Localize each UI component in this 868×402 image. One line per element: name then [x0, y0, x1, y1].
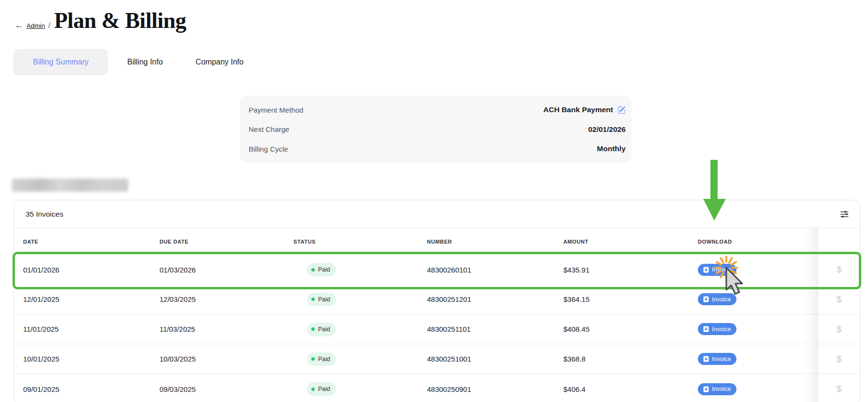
- invoice-amount: $364.15: [563, 295, 698, 303]
- table-header-row: DATE DUE DATE STATUS NUMBER AMOUNT DOWNL…: [14, 228, 860, 255]
- billing-cycle-row: Billing Cycle Monthly: [249, 140, 626, 158]
- payment-summary-card: Payment Method ACH Bank Payment Next Cha…: [240, 96, 631, 163]
- status-badge: Paid: [307, 263, 336, 276]
- table-row: 01/01/2026 01/03/2026 Paid 48300260101 $…: [14, 255, 860, 285]
- column-header-download: DOWNLOAD: [698, 239, 860, 245]
- column-header-date: DATE: [23, 239, 160, 245]
- invoice-amount: $406.4: [563, 385, 698, 393]
- breadcrumb: ← Admin / Plan & Billing: [15, 8, 186, 34]
- paid-dot-icon: [311, 357, 315, 361]
- invoice-download-button[interactable]: Invoice: [698, 323, 736, 335]
- status-badge: Paid: [307, 293, 336, 306]
- invoice-download-button[interactable]: Invoice: [698, 383, 736, 395]
- invoice-due-date: 11/03/2025: [160, 325, 294, 333]
- invoice-number: 48300251001: [427, 355, 563, 363]
- invoice-number: 48300260101: [427, 266, 563, 274]
- invoice-download-button[interactable]: Invoice: [698, 264, 736, 276]
- table-row: 10/01/2025 10/03/2025 Paid 48300251001 $…: [14, 344, 860, 374]
- paid-dot-icon: [311, 327, 315, 331]
- status-badge: Paid: [307, 323, 336, 336]
- edit-pencil-icon: [617, 106, 626, 114]
- invoice-button-label: Invoice: [712, 326, 731, 333]
- sliders-filter-icon: [840, 209, 849, 219]
- invoice-due-date: 12/03/2025: [160, 295, 294, 303]
- billing-cycle-value: Monthly: [597, 144, 626, 153]
- back-arrow-icon[interactable]: ←: [15, 21, 23, 30]
- status-text: Paid: [318, 266, 330, 273]
- page-title: Plan & Billing: [54, 8, 186, 34]
- invoices-table-card: 35 Invoices DATE DUE DATE STATUS NUMBER …: [13, 200, 860, 402]
- invoice-date: 09/01/2025: [23, 385, 160, 393]
- invoice-button-label: Invoice: [712, 266, 731, 273]
- status-badge: Paid: [307, 352, 336, 366]
- column-header-due-date: DUE DATE: [160, 239, 294, 245]
- filter-button[interactable]: [840, 209, 849, 219]
- document-download-icon: [703, 326, 709, 332]
- invoice-button-label: Invoice: [712, 296, 731, 303]
- table-row: 09/01/2025 09/03/2025 Paid 48300250901 $…: [14, 374, 860, 402]
- table-row: 12/01/2025 12/03/2025 Paid 48300251201 $…: [14, 285, 860, 314]
- status-text: Paid: [318, 386, 330, 392]
- next-charge-value: 02/01/2026: [588, 125, 626, 134]
- invoice-due-date: 01/03/2026: [160, 266, 294, 274]
- payment-method-label: Payment Method: [249, 106, 303, 114]
- tab-label: Billing Summary: [33, 58, 89, 66]
- invoice-button-label: Invoice: [712, 356, 731, 363]
- dollar-icon[interactable]: $: [837, 354, 842, 364]
- invoice-date: 10/01/2025: [23, 355, 160, 363]
- billing-cycle-label: Billing Cycle: [249, 145, 288, 153]
- dollar-icon[interactable]: $: [837, 384, 842, 394]
- column-header-number: NUMBER: [427, 239, 563, 245]
- invoice-due-date: 09/03/2025: [160, 385, 294, 393]
- dollar-icon[interactable]: $: [837, 264, 842, 275]
- invoice-number: 48300250901: [427, 385, 563, 393]
- document-download-icon: [703, 296, 709, 302]
- status-text: Paid: [318, 356, 330, 363]
- dollar-icon[interactable]: $: [837, 324, 842, 335]
- table-row: 11/01/2025 11/03/2025 Paid 48300251101 $…: [14, 314, 860, 344]
- next-charge-label: Next Charge: [249, 125, 289, 133]
- tab-company-info[interactable]: Company Info: [196, 58, 244, 66]
- invoice-date: 12/01/2025: [23, 295, 160, 303]
- invoice-download-button[interactable]: Invoice: [698, 353, 736, 365]
- edit-payment-method-button[interactable]: [617, 106, 626, 114]
- invoice-number: 48300251201: [427, 295, 563, 303]
- column-header-amount: AMOUNT: [563, 239, 698, 245]
- document-download-icon: [703, 386, 709, 392]
- document-download-icon: [703, 267, 709, 273]
- invoice-due-date: 10/03/2025: [160, 355, 294, 363]
- invoice-amount: $408.45: [563, 325, 698, 333]
- tab-billing-info[interactable]: Billing Info: [127, 58, 163, 66]
- invoice-button-label: Invoice: [712, 386, 731, 392]
- redacted-text-blur: [12, 179, 128, 192]
- invoice-date: 11/01/2025: [23, 325, 160, 333]
- invoice-amount: $435.91: [563, 266, 698, 274]
- table-toolbar: 35 Invoices: [14, 200, 860, 228]
- column-header-status: STATUS: [294, 239, 427, 245]
- payment-method-value: ACH Bank Payment: [543, 105, 613, 114]
- invoice-amount: $368.8: [563, 355, 698, 363]
- document-download-icon: [703, 356, 709, 362]
- invoice-count: 35 Invoices: [26, 210, 63, 219]
- payment-method-row: Payment Method ACH Bank Payment: [249, 101, 626, 119]
- status-text: Paid: [318, 326, 330, 333]
- plan-billing-page: { "colors": { "accent_green": "#56b943",…: [0, 0, 868, 402]
- invoice-number: 48300251101: [427, 325, 563, 333]
- invoice-date: 01/01/2026: [23, 266, 160, 274]
- breadcrumb-link-admin[interactable]: Admin: [27, 22, 45, 29]
- paid-dot-icon: [311, 268, 315, 272]
- status-text: Paid: [318, 296, 330, 303]
- invoice-download-button[interactable]: Invoice: [698, 293, 736, 305]
- dollar-icon[interactable]: $: [837, 294, 842, 305]
- breadcrumb-separator: /: [48, 22, 50, 29]
- paid-dot-icon: [311, 298, 315, 301]
- paid-dot-icon: [311, 388, 315, 391]
- next-charge-row: Next Charge 02/01/2026: [249, 120, 626, 139]
- status-badge: Paid: [307, 382, 336, 396]
- tab-billing-summary[interactable]: Billing Summary: [13, 49, 108, 75]
- tab-bar: Billing Summary Billing Info Company Inf…: [13, 49, 243, 75]
